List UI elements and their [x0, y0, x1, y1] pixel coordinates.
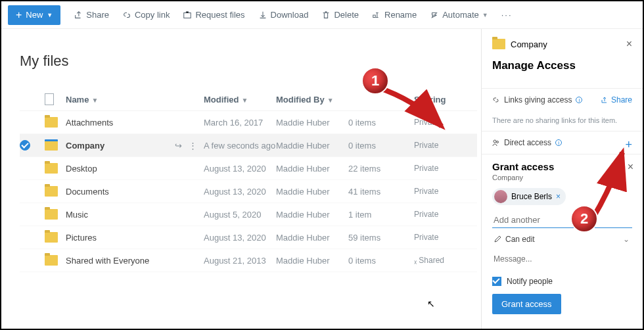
folder-icon — [45, 163, 58, 174]
avatar — [494, 190, 507, 203]
svg-rect-0 — [184, 12, 191, 18]
permission-dropdown[interactable]: Can edit — [492, 228, 632, 250]
new-button[interactable]: + New ▼ — [8, 5, 60, 25]
table-row[interactable]: DocumentsAugust 13, 2020Maddie Huber41 i… — [20, 180, 477, 203]
link-icon — [122, 11, 131, 20]
table-row[interactable]: PicturesAugust 13, 2020Maddie Huber59 it… — [20, 226, 477, 249]
toolbar-item-label: Automate — [442, 10, 479, 20]
info-icon[interactable]: i — [555, 139, 562, 146]
row-more-icon[interactable]: ⋮ — [189, 141, 197, 151]
files-panel: My files Name▼ Modified▼ Modified By▼ Sh… — [1, 29, 481, 329]
delete-icon — [321, 11, 331, 20]
share-button[interactable]: Share — [601, 95, 632, 105]
column-modified-by[interactable]: Modified By▼ — [276, 95, 348, 105]
notify-label: Notify people — [507, 277, 553, 286]
row-checkbox[interactable] — [20, 140, 30, 151]
row-size: 0 items — [348, 256, 414, 266]
table-row[interactable]: Shared with EveryoneAugust 21, 2013Maddi… — [20, 249, 477, 272]
row-sharing: Private — [414, 141, 460, 150]
column-headers: Name▼ Modified▼ Modified By▼ Sharing — [20, 88, 477, 111]
row-modified: March 16, 2017 — [204, 118, 276, 128]
pencil-icon — [494, 235, 501, 243]
toolbar-overflow[interactable]: ··· — [495, 5, 519, 25]
permission-label: Can edit — [505, 235, 535, 244]
row-name: Music — [66, 210, 88, 220]
callout-badge-1: 1 — [361, 67, 389, 95]
column-name[interactable]: Name▼ — [66, 95, 204, 105]
callout-badge-2: 2 — [570, 205, 598, 233]
column-sharing[interactable]: Sharing — [414, 95, 460, 105]
command-bar: + New ▼ Share Copy link Request files Do… — [1, 1, 643, 29]
grant-subtitle: Company — [492, 174, 632, 181]
toolbar-delete[interactable]: Delete — [315, 5, 365, 25]
person-chip[interactable]: Bruce Berls × — [492, 188, 566, 205]
toolbar-rename[interactable]: Rename — [365, 5, 423, 25]
row-modified-by: Maddie Huber — [276, 233, 348, 243]
direct-access-section: Direct access i + — [482, 131, 643, 154]
share-icon — [601, 96, 609, 104]
row-modified: August 5, 2020 — [204, 210, 276, 220]
row-name: Documents — [66, 187, 109, 197]
folder-icon — [45, 140, 58, 151]
toolbar-item-label: Delete — [334, 10, 359, 20]
table-row[interactable]: Company↪⋮A few seconds agoMaddie Huber0 … — [20, 134, 477, 157]
row-modified-by: Maddie Huber — [276, 118, 348, 128]
table-row[interactable]: MusicAugust 5, 2020Maddie Huber1 itemPri… — [20, 203, 477, 226]
toolbar-automate[interactable]: Automate ▼ — [423, 5, 495, 25]
download-icon — [258, 11, 267, 20]
toolbar-item-label: Download — [271, 10, 309, 20]
remove-chip-button[interactable]: × — [556, 192, 561, 201]
add-direct-access-button[interactable]: + — [625, 138, 632, 152]
section-label: Links giving access — [504, 95, 572, 105]
grant-heading: Grant access — [492, 161, 632, 172]
toolbar-download[interactable]: Download — [252, 5, 315, 25]
page-title: My files — [20, 53, 477, 70]
row-sharing: Private — [414, 164, 460, 173]
toolbar-copy-link[interactable]: Copy link — [116, 5, 176, 25]
row-modified-by: Maddie Huber — [276, 256, 348, 266]
cursor-icon: ↖ — [427, 298, 435, 309]
folder-icon — [45, 209, 58, 220]
file-rows: AttachmentsMarch 16, 2017Maddie Huber0 i… — [20, 111, 477, 272]
checkbox-icon — [492, 277, 501, 286]
main: My files Name▼ Modified▼ Modified By▼ Sh… — [1, 29, 643, 329]
row-size: 1 item — [348, 210, 414, 220]
row-size: 41 items — [348, 187, 414, 197]
row-name: Shared with Everyone — [66, 256, 149, 266]
row-modified-by: Maddie Huber — [276, 164, 348, 174]
toolbar-share[interactable]: Share — [67, 5, 116, 25]
share-icon — [74, 11, 83, 20]
info-icon[interactable]: i — [576, 97, 582, 103]
file-type-column[interactable] — [45, 93, 66, 105]
selected-item-name: Company — [511, 39, 547, 49]
folder-icon — [45, 186, 58, 197]
chevron-down-icon: ▼ — [47, 12, 53, 18]
row-size: 22 items — [348, 164, 414, 174]
row-modified: August 13, 2020 — [204, 164, 276, 174]
folder-icon — [45, 232, 58, 243]
svg-point-1 — [494, 140, 496, 143]
add-people-input[interactable] — [492, 210, 632, 228]
close-grant-button[interactable]: × — [628, 161, 633, 173]
table-row[interactable]: AttachmentsMarch 16, 2017Maddie Huber0 i… — [20, 111, 477, 134]
close-panel-button[interactable]: × — [626, 38, 632, 50]
file-icon — [45, 93, 54, 105]
grant-access-button[interactable]: Grant access — [492, 294, 561, 314]
row-modified: A few seconds ago — [204, 141, 276, 151]
section-label: Direct access — [504, 138, 551, 147]
message-input[interactable] — [492, 250, 632, 268]
toolbar-item-label: Copy link — [135, 10, 170, 20]
column-modified[interactable]: Modified▼ — [204, 95, 276, 105]
row-share-icon[interactable]: ↪ — [175, 141, 182, 151]
chip-name: Bruce Berls — [511, 192, 552, 201]
row-modified: August 21, 2013 — [204, 256, 276, 266]
no-links-message: There are no sharing links for this item… — [492, 114, 632, 124]
table-row[interactable]: DesktopAugust 13, 2020Maddie Huber22 ite… — [20, 157, 477, 180]
notify-checkbox[interactable]: Notify people — [492, 277, 632, 286]
row-sharing: ᵪ Shared — [414, 256, 460, 265]
row-modified: August 13, 2020 — [204, 233, 276, 243]
automate-icon — [430, 11, 439, 20]
rename-icon — [372, 11, 381, 20]
toolbar-request-files[interactable]: Request files — [176, 5, 251, 25]
row-size: 59 items — [348, 233, 414, 243]
